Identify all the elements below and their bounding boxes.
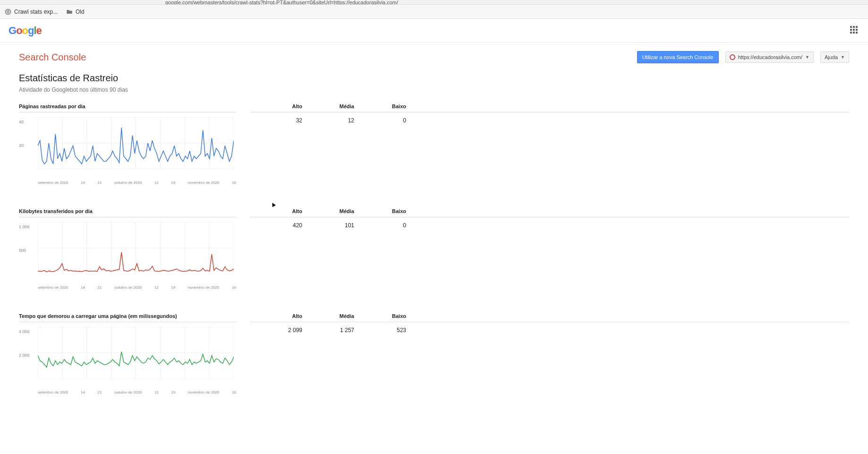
stats-header-low: Baixo: [354, 313, 406, 319]
chart-column: Páginas rastreadas por dia 40 20 setembr…: [19, 103, 236, 185]
chart-column: Kilobytes transferidos por dia 1 000 500…: [19, 208, 236, 290]
chevron-down-icon: ▼: [805, 55, 809, 60]
y-axis-label: 40: [19, 120, 24, 124]
help-button[interactable]: Ajuda ▼: [820, 51, 849, 63]
x-axis-label: 19: [171, 180, 175, 185]
stats-header-high: Alto: [250, 103, 302, 109]
stats-header-low: Baixo: [354, 208, 406, 214]
site-favicon-icon: [730, 54, 735, 60]
new-search-console-button[interactable]: Utilizar a nova Search Console: [637, 51, 719, 63]
globe-icon: [5, 9, 11, 15]
crawl-stats-section: Tempo que demorou a carregar uma página …: [19, 313, 849, 394]
apps-grid-icon[interactable]: [850, 26, 859, 35]
stats-value-low: 523: [354, 327, 406, 334]
x-axis-label: novembro de 2020: [188, 285, 220, 290]
stats-column: Alto Média Baixo 32 12 0: [236, 103, 849, 185]
help-label: Ajuda: [825, 54, 838, 60]
chart-area[interactable]: 4 000 2 000: [19, 327, 236, 388]
bookmark-crawl-stats[interactable]: Crawl stats exp...: [5, 9, 58, 15]
line-chart: [38, 117, 234, 169]
browser-address-bar: google.com/webmasters/tools/crawl-stats?…: [0, 0, 868, 5]
x-axis-label: setembro de 2020: [38, 390, 68, 394]
x-axis-label: 19: [171, 285, 175, 290]
x-axis-label: 19: [171, 390, 175, 394]
x-axis-label: 12: [154, 180, 159, 185]
x-axis: setembro de 20201421outubro de 20201219n…: [19, 283, 236, 290]
stats-value-avg: 101: [302, 222, 354, 229]
x-axis-label: setembro de 2020: [38, 180, 68, 185]
crawl-stats-section: Páginas rastreadas por dia 40 20 setembr…: [19, 103, 849, 185]
chart-title: Kilobytes transferidos por dia: [19, 208, 236, 217]
bookmark-label: Old: [76, 9, 85, 15]
bookmark-bar: Crawl stats exp... Old: [0, 5, 868, 19]
x-axis-label: outubro de 2020: [114, 390, 142, 394]
stats-header-row: Alto Média Baixo: [250, 313, 849, 322]
x-axis-label: novembro de 2020: [188, 390, 220, 394]
stats-column: Alto Média Baixo 2 099 1 257 523: [236, 313, 849, 394]
bookmark-label: Crawl stats exp...: [14, 9, 58, 15]
x-axis-label: 16: [232, 285, 236, 290]
x-axis-label: 21: [98, 285, 102, 290]
x-axis-label: 14: [81, 285, 85, 290]
folder-icon: [66, 9, 73, 15]
stats-header-high: Alto: [250, 208, 302, 214]
stats-value-high: 32: [250, 117, 302, 124]
x-axis-label: setembro de 2020: [38, 285, 68, 290]
x-axis-label: 14: [81, 180, 85, 185]
stats-header-avg: Média: [302, 208, 354, 214]
stats-column: Alto Média Baixo 420 101 0: [236, 208, 849, 290]
x-axis: setembro de 20201421outubro de 20201219n…: [19, 388, 236, 394]
google-header: Google: [0, 19, 868, 43]
y-axis-label: 500: [19, 248, 26, 253]
bookmark-old[interactable]: Old: [66, 9, 85, 15]
line-chart: [38, 222, 234, 274]
search-console-header: Search Console Utilizar a nova Search Co…: [0, 43, 868, 68]
stats-header-high: Alto: [250, 313, 302, 319]
y-axis-label: 4 000: [19, 329, 30, 334]
chart-title: Páginas rastreadas por dia: [19, 103, 236, 112]
stats-header-avg: Média: [302, 103, 354, 109]
stats-value-high: 420: [250, 222, 302, 229]
y-axis-label: 2 000: [19, 353, 30, 358]
search-console-title: Search Console: [19, 52, 86, 63]
y-axis-label: 1 000: [19, 224, 30, 229]
chart-area[interactable]: 1 000 500: [19, 222, 236, 283]
header-controls: Utilizar a nova Search Console https://e…: [637, 51, 849, 63]
stats-value-low: 0: [354, 222, 406, 229]
chevron-down-icon: ▼: [841, 55, 845, 60]
site-selector[interactable]: https://educadorasilvia.com/ ▼: [725, 51, 814, 63]
stats-value-avg: 12: [302, 117, 354, 124]
x-axis-label: 14: [81, 390, 85, 394]
main-content: Estatísticas de Rastreio Atividade do Go…: [0, 68, 868, 437]
x-axis-label: 21: [98, 180, 102, 185]
x-axis: setembro de 20201421outubro de 20201219n…: [19, 179, 236, 185]
stats-value-row: 32 12 0: [250, 117, 849, 124]
x-axis-label: outubro de 2020: [114, 180, 142, 185]
x-axis-label: 12: [154, 390, 159, 394]
url-text: google.com/webmasters/tools/crawl-stats?…: [165, 0, 398, 5]
x-axis-label: outubro de 2020: [114, 285, 142, 290]
stats-header-low: Baixo: [354, 103, 406, 109]
site-url-label: https://educadorasilvia.com/: [738, 54, 802, 60]
line-chart: [38, 327, 234, 379]
x-axis-label: 16: [232, 390, 236, 394]
stats-value-avg: 1 257: [302, 327, 354, 334]
x-axis-label: 12: [154, 285, 159, 290]
x-axis-label: 21: [98, 390, 102, 394]
stats-value-row: 2 099 1 257 523: [250, 327, 849, 334]
stats-header-row: Alto Média Baixo: [250, 103, 849, 112]
stats-value-row: 420 101 0: [250, 222, 849, 229]
x-axis-label: 16: [232, 180, 236, 185]
stats-header-row: Alto Média Baixo: [250, 208, 849, 217]
chart-column: Tempo que demorou a carregar uma página …: [19, 313, 236, 394]
x-axis-label: novembro de 2020: [188, 180, 220, 185]
stats-header-avg: Média: [302, 313, 354, 319]
page-title: Estatísticas de Rastreio: [19, 73, 849, 84]
chart-title: Tempo que demorou a carregar uma página …: [19, 313, 236, 322]
stats-value-low: 0: [354, 117, 406, 124]
stats-value-high: 2 099: [250, 327, 302, 334]
y-axis-label: 20: [19, 143, 24, 148]
chart-area[interactable]: 40 20: [19, 117, 236, 179]
google-logo[interactable]: Google: [9, 25, 42, 37]
page-subtitle: Atividade do Googlebot nos últimos 90 di…: [19, 86, 849, 93]
